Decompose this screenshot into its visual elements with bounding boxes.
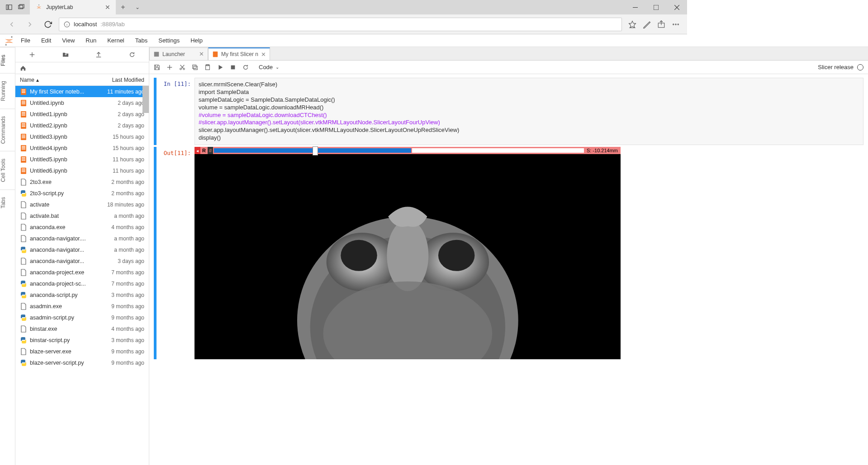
notes-icon[interactable] xyxy=(643,20,651,28)
sidebar-tab-commands[interactable]: Commands xyxy=(0,108,15,151)
svg-rect-32 xyxy=(22,101,25,102)
menu-item-kernel[interactable]: Kernel xyxy=(102,37,130,44)
close-window-button[interactable] xyxy=(666,0,687,14)
menu-item-settings[interactable]: Settings xyxy=(153,37,185,44)
sidebar-tab-tabs[interactable]: Tabs xyxy=(0,189,15,216)
share-icon[interactable] xyxy=(657,20,665,28)
tab-preview-icon[interactable] xyxy=(18,4,24,10)
svg-rect-41 xyxy=(22,125,25,126)
add-cell-icon[interactable] xyxy=(166,64,173,70)
refresh-button[interactable] xyxy=(41,17,55,32)
file-name: Untitled4.ipynb xyxy=(30,145,110,151)
file-row[interactable]: My first Slicer noteb...11 minutes ago xyxy=(15,86,149,97)
notebook[interactable]: In [11]: slicer.mrmlScene.Clear(False) i… xyxy=(149,74,687,365)
file-name: anaconda-project.exe xyxy=(30,269,109,276)
back-button[interactable] xyxy=(5,17,19,32)
file-row[interactable]: Untitled1.ipynb2 days ago xyxy=(15,108,149,120)
file-row[interactable]: binstar.exe4 months ago xyxy=(15,323,149,334)
cell-type-select[interactable]: Code ⌄ xyxy=(255,64,283,70)
copy-icon[interactable] xyxy=(192,64,198,70)
file-row[interactable]: anaconda-navigator...3 days ago xyxy=(15,255,149,267)
home-icon xyxy=(20,65,26,71)
svg-rect-1 xyxy=(9,5,12,10)
upload-icon[interactable] xyxy=(95,52,102,58)
close-icon[interactable]: ✕ xyxy=(105,4,110,11)
code-cell[interactable]: In [11]: slicer.mrmlScene.Clear(False) i… xyxy=(154,78,687,145)
cut-icon[interactable] xyxy=(179,64,185,70)
file-row[interactable]: activate.bata month ago xyxy=(15,210,149,221)
file-name: Untitled6.ipynb xyxy=(30,168,110,174)
new-launcher-icon[interactable] xyxy=(29,52,35,58)
file-row[interactable]: anaconda-navigator....a month ago xyxy=(15,233,149,244)
menu-item-view[interactable]: View xyxy=(57,37,80,44)
file-row[interactable]: binstar-script.py3 months ago xyxy=(15,334,149,346)
svg-rect-33 xyxy=(22,102,25,103)
file-time: 7 months ago xyxy=(111,269,144,276)
file-name: anaconda-navigator.... xyxy=(30,235,111,242)
file-row[interactable]: Untitled2.ipynb2 days ago xyxy=(15,120,149,131)
minimize-button[interactable] xyxy=(625,0,645,14)
stop-icon[interactable] xyxy=(230,64,236,70)
file-row[interactable]: anaconda-script.py3 months ago xyxy=(15,289,149,301)
file-row[interactable]: asadmin-script.py9 months ago xyxy=(15,312,149,323)
file-row[interactable]: Untitled3.ipynb15 hours ago xyxy=(15,131,149,142)
restart-icon[interactable] xyxy=(242,64,249,70)
file-row[interactable]: Untitled6.ipynb11 hours ago xyxy=(15,165,149,176)
output-collapser[interactable] xyxy=(154,147,157,359)
forward-button[interactable] xyxy=(23,17,37,32)
file-name: anaconda.exe xyxy=(30,224,109,230)
save-icon[interactable] xyxy=(154,64,160,70)
new-folder-icon[interactable] xyxy=(62,52,69,58)
file-row[interactable]: asadmin.exe9 months ago xyxy=(15,301,149,312)
browser-tab[interactable]: JupyterLab ✕ xyxy=(30,0,116,14)
file-row[interactable]: 2to3-script.py2 months ago xyxy=(15,188,149,199)
tab-aside-icon[interactable] xyxy=(6,4,12,10)
file-time: 11 hours ago xyxy=(113,168,144,174)
file-list-header[interactable]: Name ▴ Last Modified xyxy=(15,74,149,86)
slicer-slice-bar[interactable]: ◂ R # S: -10.214mm xyxy=(194,147,621,154)
close-icon[interactable]: ✕ xyxy=(199,51,204,57)
file-time: a month ago xyxy=(114,213,144,219)
file-row[interactable]: activate18 minutes ago xyxy=(15,199,149,210)
file-row[interactable]: anaconda-project.exe7 months ago xyxy=(15,267,149,278)
slicer-link-icon[interactable]: # xyxy=(208,147,213,154)
file-row[interactable]: anaconda.exe4 months ago xyxy=(15,221,149,233)
sidebar-tab-running[interactable]: Running xyxy=(0,73,15,108)
tab-menu-chevron[interactable]: ⌄ xyxy=(130,0,145,14)
file-row[interactable]: 2to3.exe2 months ago xyxy=(15,176,149,188)
slicer-slider[interactable] xyxy=(214,148,411,153)
url-input[interactable]: localhost:8889/lab xyxy=(59,18,622,31)
close-icon[interactable]: ✕ xyxy=(261,51,266,58)
code-editor[interactable]: slicer.mrmlScene.Clear(False) import Sam… xyxy=(194,78,687,145)
sidebar-tab-files[interactable]: Files xyxy=(0,47,15,73)
doc-tab[interactable]: Launcher✕ xyxy=(149,47,208,60)
menu-item-edit[interactable]: Edit xyxy=(36,37,57,44)
new-tab-button[interactable]: + xyxy=(116,0,130,14)
paste-icon[interactable] xyxy=(204,64,211,70)
file-row[interactable]: anaconda-navigator...a month ago xyxy=(15,244,149,255)
file-list[interactable]: My first Slicer noteb...11 minutes agoUn… xyxy=(15,86,149,365)
more-icon[interactable] xyxy=(672,20,680,28)
scrollbar-thumb[interactable] xyxy=(142,86,149,113)
maximize-button[interactable] xyxy=(645,0,666,14)
menu-item-help[interactable]: Help xyxy=(185,37,208,44)
doc-tab[interactable]: My first Slicer n✕ xyxy=(208,47,270,60)
refresh-files-icon[interactable] xyxy=(129,52,135,58)
file-name: Untitled3.ipynb xyxy=(30,134,110,140)
file-row[interactable]: Untitled5.ipynb11 hours ago xyxy=(15,154,149,165)
menu-item-tabs[interactable]: Tabs xyxy=(130,37,153,44)
sidebar-tab-cell-tools[interactable]: Cell Tools xyxy=(0,151,15,189)
file-row[interactable]: anaconda-project-sc...7 months ago xyxy=(15,278,149,289)
cell-collapser[interactable] xyxy=(154,78,157,145)
breadcrumb[interactable] xyxy=(15,62,149,74)
sort-up-icon: ▴ xyxy=(36,77,39,83)
run-icon[interactable] xyxy=(217,64,223,70)
favorite-icon[interactable] xyxy=(628,20,636,28)
menu-item-file[interactable]: File xyxy=(15,37,36,44)
menu-item-run[interactable]: Run xyxy=(80,37,102,44)
file-row[interactable]: blaze-server-script.py9 months ago xyxy=(15,357,149,365)
file-row[interactable]: Untitled4.ipynb15 hours ago xyxy=(15,142,149,154)
file-row[interactable]: blaze-server.exe9 months ago xyxy=(15,346,149,357)
file-row[interactable]: Untitled.ipynb2 days ago xyxy=(15,97,149,108)
slicer-menu-icon[interactable]: ◂ xyxy=(194,147,200,154)
